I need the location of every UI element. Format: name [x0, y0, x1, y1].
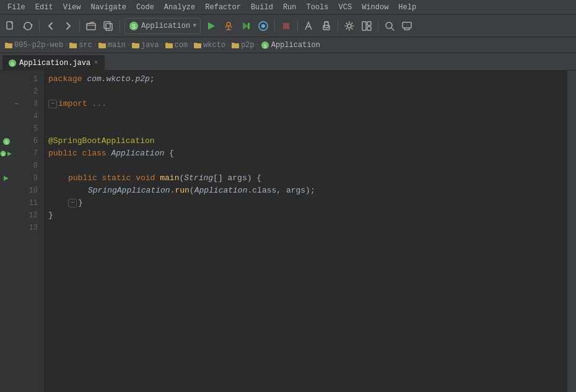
fold-indicator-3[interactable]: ─ — [15, 101, 19, 108]
toolbar-sep-5 — [297, 20, 298, 32]
menu-file[interactable]: File — [2, 2, 30, 13]
menu-run[interactable]: Run — [278, 2, 302, 13]
run-config-selector[interactable]: S Application ▼ — [124, 18, 201, 34]
svg-text:S: S — [2, 152, 4, 156]
tab-application-java[interactable]: S Application.java × — [2, 55, 105, 70]
breadcrumb-wkcto[interactable]: wkcto — [194, 41, 225, 50]
menu-vcs[interactable]: VCS — [334, 2, 357, 13]
code-line-9: public static void main(String[] args) { — [48, 172, 567, 185]
tab-close-button[interactable]: × — [93, 59, 99, 67]
code-editor: S S 1 2 ─ 3 4 5 6 7 8 9 10 11 12 — [0, 71, 576, 392]
sep6: › — [227, 41, 230, 48]
svg-text:S: S — [263, 43, 266, 48]
breadcrumb-p2p-label: p2p — [241, 41, 255, 50]
tab-spring-icon: S — [8, 59, 17, 68]
scrollbar-right[interactable] — [567, 71, 576, 392]
svg-rect-19 — [367, 22, 371, 25]
menu-build[interactable]: Build — [246, 2, 278, 13]
line-num-7: 7 — [12, 147, 43, 160]
gutter-icon-7[interactable]: S — [0, 147, 12, 160]
main-folder-icon — [98, 42, 106, 48]
line-num-8: 8 — [12, 160, 43, 172]
svg-marker-8 — [208, 22, 215, 30]
svg-rect-11 — [248, 23, 250, 29]
svg-rect-4 — [106, 24, 112, 30]
breadcrumb-wkcto-label: wkcto — [203, 41, 225, 50]
fold-button-11[interactable]: − — [68, 199, 77, 207]
svg-marker-1 — [30, 24, 33, 26]
svg-rect-18 — [362, 22, 366, 30]
code-line-6: @SpringBootApplication — [48, 135, 567, 147]
breadcrumb-com-label: com — [175, 41, 188, 50]
search-button[interactable] — [382, 18, 398, 34]
fold-button-3[interactable]: − — [48, 100, 57, 108]
stop-button[interactable] — [278, 18, 294, 34]
line-num-4: 4 — [12, 110, 43, 123]
new-file-button[interactable] — [2, 18, 19, 34]
breadcrumb-src[interactable]: src — [69, 41, 92, 50]
sep4: › — [160, 41, 164, 48]
run-coverage-button[interactable] — [238, 18, 254, 34]
breadcrumb-project[interactable]: 005-p2p-web — [5, 41, 63, 50]
line-numbers-gutter: 1 2 ─ 3 4 5 6 7 8 9 10 11 12 13 — [12, 71, 43, 392]
sep2: › — [94, 41, 97, 48]
menu-window[interactable]: Window — [357, 2, 393, 13]
run-gutter-icon[interactable] — [7, 151, 12, 157]
refresh-button[interactable] — [318, 18, 334, 34]
p2p-folder-icon — [232, 42, 239, 48]
menu-help[interactable]: Help — [393, 2, 421, 13]
menu-edit[interactable]: Edit — [30, 2, 58, 13]
copy-path-button[interactable] — [100, 18, 116, 34]
toolbar-sep-2 — [79, 20, 80, 32]
breadcrumb-application[interactable]: S Application — [261, 41, 320, 50]
java-folder-icon — [132, 42, 139, 48]
line-num-3: ─ 3 — [12, 98, 43, 110]
forward-button[interactable] — [60, 18, 76, 34]
gutter-icon-5 — [0, 123, 12, 135]
gutter-icon-12 — [0, 209, 12, 222]
code-line-2 — [48, 85, 567, 98]
menu-refactor[interactable]: Refactor — [200, 2, 246, 13]
debug-button[interactable] — [220, 18, 237, 34]
menu-view[interactable]: View — [58, 2, 86, 13]
code-line-12: } — [48, 209, 567, 222]
code-content[interactable]: package com.wkcto.p2p; −import ... @Spri… — [43, 71, 567, 392]
menu-tools[interactable]: Tools — [302, 2, 334, 13]
tab-filename: Application.java — [19, 59, 90, 68]
menu-analyze[interactable]: Analyze — [159, 2, 200, 13]
code-line-8 — [48, 160, 567, 172]
code-line-3: −import ... — [48, 98, 567, 110]
svg-rect-20 — [367, 27, 371, 30]
code-line-1: package com.wkcto.p2p; — [48, 73, 567, 85]
breadcrumb-java[interactable]: java — [132, 41, 159, 50]
open-file-button[interactable] — [83, 18, 99, 34]
profile-button[interactable] — [255, 18, 271, 34]
presentation-button[interactable] — [399, 18, 415, 34]
gutter-icons: S S — [0, 71, 12, 392]
breadcrumb-com[interactable]: com — [165, 41, 188, 50]
gutter-icon-4 — [0, 110, 12, 123]
back-button[interactable] — [43, 18, 59, 34]
src-folder-icon — [69, 42, 77, 48]
breadcrumb-main[interactable]: main — [98, 41, 126, 50]
menu-code[interactable]: Code — [131, 2, 159, 13]
toolbar-sep-7 — [378, 20, 378, 32]
gutter-icon-3 — [0, 98, 12, 110]
layout-button[interactable] — [359, 18, 375, 34]
sync-button[interactable] — [20, 18, 36, 34]
breadcrumb-java-label: java — [141, 41, 159, 50]
line-num-2: 2 — [12, 85, 43, 98]
spring-class-icon: S — [261, 41, 269, 50]
run-button[interactable] — [203, 18, 219, 34]
menu-navigate[interactable]: Navigate — [85, 2, 131, 13]
svg-marker-10 — [243, 22, 248, 30]
gutter-icon-9[interactable] — [0, 172, 12, 185]
svg-point-9 — [227, 22, 230, 26]
svg-text:S: S — [5, 140, 8, 144]
settings-button[interactable] — [341, 18, 357, 34]
build-button[interactable] — [301, 18, 317, 34]
gutter-icon-6[interactable]: S — [0, 135, 12, 147]
breadcrumb-p2p[interactable]: p2p — [232, 41, 255, 50]
line-num-5: 5 — [12, 123, 43, 135]
toolbar: S Application ▼ — [0, 15, 576, 37]
